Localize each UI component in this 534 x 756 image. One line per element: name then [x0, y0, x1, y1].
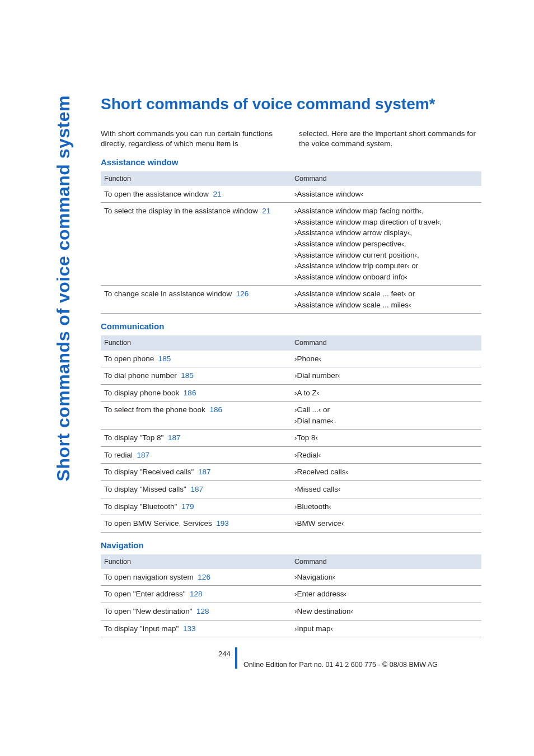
table-row: To open navigation system 126›Navigation…: [101, 569, 481, 586]
page-number-bar: [235, 647, 237, 669]
cell-command: ›Bluetooth‹: [291, 498, 481, 515]
table-row: To open phone 185›Phone‹: [101, 351, 481, 367]
cell-function: To display "Bluetooth" 179: [101, 498, 291, 515]
table-row: To redial 187›Redial‹: [101, 446, 481, 464]
intro-left: With short commands you can run certain …: [101, 129, 283, 149]
page-ref[interactable]: 186: [209, 405, 222, 414]
intro-paragraph: With short commands you can run certain …: [101, 129, 481, 149]
cell-function: To display "Received calls" 187: [101, 464, 291, 481]
table-row: To open "New destination" 128›New destin…: [101, 603, 481, 620]
cell-function: To display "Top 8" 187: [101, 430, 291, 447]
table-row: To dial phone number 185›Dial number‹: [101, 367, 481, 385]
footer-edition: Online Edition for Part no. 01 41 2 600 …: [243, 661, 438, 669]
page-number: 244: [218, 650, 231, 658]
table-row: To display "Received calls" 187›Received…: [101, 464, 481, 481]
cell-command: ›Assistance window map facing north‹, ›A…: [291, 203, 481, 286]
cell-command: ›Redial‹: [291, 446, 481, 464]
function-text: To open navigation system: [104, 573, 198, 581]
cell-function: To open phone 185: [101, 351, 291, 367]
table-row: To open BMW Service, Services 193›BMW se…: [101, 515, 481, 533]
cell-function: To open "Enter address" 128: [101, 586, 291, 603]
page-ref[interactable]: 187: [190, 485, 203, 493]
cell-command: ›Received calls‹: [291, 464, 481, 481]
function-text: To display "Missed calls": [104, 485, 190, 493]
cell-function: To open navigation system 126: [101, 569, 291, 586]
function-text: To open BMW Service, Services: [104, 519, 216, 528]
page-ref[interactable]: 126: [236, 290, 249, 298]
page-title: Short commands of voice command system*: [101, 95, 481, 113]
function-text: To select from the phone book: [104, 405, 209, 414]
command-table: FunctionCommandTo open phone 185›Phone‹T…: [101, 335, 481, 532]
cell-command: ›Assistance window‹: [291, 186, 481, 203]
cell-command: ›Enter address‹: [291, 586, 481, 603]
command-table: FunctionCommandTo open the assistance wi…: [101, 171, 481, 314]
page-ref[interactable]: 185: [158, 354, 171, 363]
function-text: To display "Received calls": [104, 468, 198, 476]
cell-function: To dial phone number 185: [101, 367, 291, 385]
cell-function: To select from the phone book 186: [101, 402, 291, 430]
cell-command: ›Assistance window scale ... feet‹ or ›A…: [291, 286, 481, 314]
cell-function: To open BMW Service, Services 193: [101, 515, 291, 533]
function-text: To open the assistance window: [104, 190, 213, 198]
function-text: To display "Bluetooth": [104, 502, 181, 511]
page-ref[interactable]: 193: [216, 519, 229, 528]
cell-command: ›New destination‹: [291, 603, 481, 620]
page-ref[interactable]: 21: [262, 207, 270, 215]
page-ref[interactable]: 128: [196, 607, 209, 615]
command-table: FunctionCommandTo open navigation system…: [101, 554, 481, 637]
cell-command: ›Input map‹: [291, 620, 481, 637]
cell-command: ›A to Z‹: [291, 384, 481, 402]
cell-function: To open "New destination" 128: [101, 603, 291, 620]
cell-command: ›Navigation‹: [291, 569, 481, 586]
table-row: To change scale in assistance window 126…: [101, 286, 481, 314]
table-row: To display "Missed calls" 187›Missed cal…: [101, 481, 481, 498]
page-ref[interactable]: 128: [190, 590, 203, 598]
page-ref[interactable]: 133: [183, 624, 196, 633]
page-ref[interactable]: 187: [198, 468, 211, 476]
section-heading: Assistance window: [101, 157, 481, 167]
table-row: To select from the phone book 186›Call .…: [101, 402, 481, 430]
cell-command: ›Missed calls‹: [291, 481, 481, 498]
cell-function: To display "Input map" 133: [101, 620, 291, 637]
cell-command: ›Top 8‹: [291, 430, 481, 447]
page-ref[interactable]: 21: [213, 190, 221, 198]
function-text: To dial phone number: [104, 371, 181, 380]
function-text: To display "Input map": [104, 624, 183, 633]
cell-command: ›Dial number‹: [291, 367, 481, 385]
cell-function: To redial 187: [101, 446, 291, 464]
function-text: To display "Top 8": [104, 433, 168, 442]
section-heading: Navigation: [101, 540, 481, 550]
cell-function: To display phone book 186: [101, 384, 291, 402]
col-header-function: Function: [101, 335, 291, 350]
cell-function: To select the display in the assistance …: [101, 203, 291, 286]
col-header-command: Command: [291, 171, 481, 186]
table-row: To display "Top 8" 187›Top 8‹: [101, 430, 481, 447]
function-text: To open "New destination": [104, 607, 196, 615]
function-text: To redial: [104, 451, 137, 459]
cell-command: ›BMW service‹: [291, 515, 481, 533]
cell-command: ›Phone‹: [291, 351, 481, 367]
page-ref[interactable]: 179: [181, 502, 194, 511]
function-text: To open phone: [104, 354, 158, 363]
page-ref[interactable]: 187: [137, 451, 150, 459]
function-text: To open "Enter address": [104, 590, 190, 598]
page-ref[interactable]: 186: [184, 389, 196, 397]
function-text: To display phone book: [104, 389, 184, 397]
col-header-function: Function: [101, 554, 291, 569]
sidebar-title: Short commands of voice command system: [53, 95, 74, 481]
table-row: To select the display in the assistance …: [101, 203, 481, 286]
cell-function: To change scale in assistance window 126: [101, 286, 291, 314]
page-ref[interactable]: 187: [168, 433, 181, 442]
section-heading: Communication: [101, 321, 481, 331]
page-ref[interactable]: 185: [181, 371, 194, 380]
page-ref[interactable]: 126: [198, 573, 210, 581]
intro-right: selected. Here are the important short c…: [299, 129, 481, 149]
table-row: To display phone book 186›A to Z‹: [101, 384, 481, 402]
table-row: To display "Bluetooth" 179›Bluetooth‹: [101, 498, 481, 515]
cell-function: To display "Missed calls" 187: [101, 481, 291, 498]
table-row: To open the assistance window 21›Assista…: [101, 186, 481, 203]
function-text: To select the display in the assistance …: [104, 207, 262, 215]
table-row: To open "Enter address" 128›Enter addres…: [101, 586, 481, 603]
col-header-command: Command: [291, 335, 481, 350]
col-header-command: Command: [291, 554, 481, 569]
